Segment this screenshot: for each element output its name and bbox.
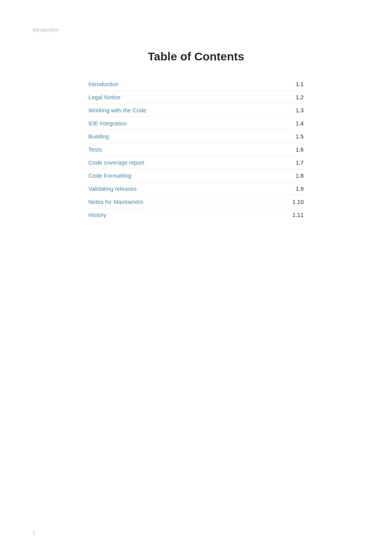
toc-item: Legal Notice 1.2 bbox=[88, 91, 304, 104]
toc-link-code-coverage-report[interactable]: Code coverage report bbox=[88, 159, 144, 166]
toc-link-legal-notice[interactable]: Legal Notice bbox=[88, 94, 120, 100]
toc-link-code-formatting[interactable]: Code Formatting bbox=[88, 172, 131, 179]
toc-link-working-with-the-code[interactable]: Working with the Code bbox=[88, 107, 146, 113]
toc-link-validating-releases[interactable]: Validating releases bbox=[88, 185, 137, 192]
toc-number: 1.5 bbox=[296, 133, 304, 140]
toc-number: 1.8 bbox=[296, 172, 304, 179]
toc-item: Building 1.5 bbox=[88, 130, 304, 143]
toc-item: Notes for Maintainers 1.10 bbox=[88, 195, 304, 208]
toc-item: History 1.11 bbox=[88, 208, 304, 221]
toc-number: 1.6 bbox=[296, 146, 304, 153]
toc-item: Introduction 1.1 bbox=[88, 78, 304, 91]
toc-link-introduction[interactable]: Introduction bbox=[88, 81, 118, 87]
page-title: Table of Contents bbox=[88, 50, 304, 63]
toc-list: Introduction 1.1 Legal Notice 1.2 Workin… bbox=[88, 78, 304, 221]
content-area: Table of Contents Introduction 1.1 Legal… bbox=[88, 0, 304, 221]
toc-item: Code coverage report 1.7 bbox=[88, 156, 304, 169]
toc-item: Tests 1.6 bbox=[88, 143, 304, 156]
toc-number: 1.9 bbox=[296, 185, 304, 192]
toc-number: 1.7 bbox=[296, 159, 304, 166]
toc-number: 1.1 bbox=[296, 81, 304, 87]
toc-item: Working with the Code 1.3 bbox=[88, 104, 304, 117]
toc-item: IDE Integration 1.4 bbox=[88, 117, 304, 130]
toc-link-ide-integration[interactable]: IDE Integration bbox=[88, 120, 127, 127]
toc-number: 1.2 bbox=[296, 94, 304, 100]
toc-link-tests[interactable]: Tests bbox=[88, 146, 102, 153]
toc-link-building[interactable]: Building bbox=[88, 133, 109, 140]
breadcrumb: Introduction bbox=[33, 27, 59, 33]
toc-number: 1.11 bbox=[292, 212, 304, 218]
toc-number: 1.10 bbox=[292, 198, 304, 205]
toc-link-notes-for-maintainers[interactable]: Notes for Maintainers bbox=[88, 198, 143, 205]
toc-item: Validating releases 1.9 bbox=[88, 182, 304, 195]
page-number: 1 bbox=[33, 530, 35, 536]
toc-link-history[interactable]: History bbox=[88, 212, 106, 218]
toc-item: Code Formatting 1.8 bbox=[88, 169, 304, 182]
toc-number: 1.4 bbox=[296, 120, 304, 127]
toc-number: 1.3 bbox=[296, 107, 304, 113]
